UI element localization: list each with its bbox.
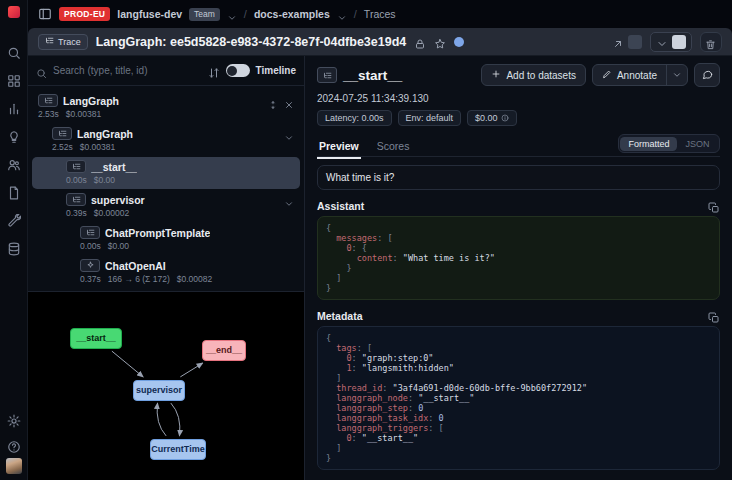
breadcrumb-separator: /: [354, 8, 357, 20]
sidebar-rail-bottom: [7, 414, 21, 454]
pencil-icon: [602, 69, 612, 81]
tree-item-label: LangGraph: [77, 128, 133, 140]
graph-edge-supervisor-to-__end__: [180, 363, 202, 377]
observation-type-icon: [38, 94, 58, 107]
observation-timestamp: 2024-07-25 11:34:39.130: [317, 93, 720, 104]
add-to-datasets-button[interactable]: Add to datasets: [481, 64, 586, 86]
trace-type-badge: Trace: [38, 34, 88, 50]
trash-icon: [705, 36, 717, 48]
graph-node-__start__[interactable]: __start__: [70, 328, 122, 349]
tree-item-__start__[interactable]: __start__0.00s$0.00: [32, 157, 300, 189]
tree-item-LangGraph[interactable]: LangGraph2.52s$0.00381: [32, 124, 300, 156]
chevron-down-icon[interactable]: [337, 9, 347, 19]
wrench-icon[interactable]: [7, 214, 21, 228]
section-title: Assistant: [317, 200, 364, 212]
dashboard-icon[interactable]: [7, 74, 21, 88]
trace-header-bar: Trace LangGraph: ee5d5828-e983-4372-8e7f…: [28, 28, 732, 56]
timeline-toggle-label: Timeline: [256, 65, 296, 76]
metric-badge-label: $0.00: [475, 113, 498, 123]
help-icon[interactable]: [7, 440, 21, 454]
file-icon[interactable]: [7, 186, 21, 200]
star-icon[interactable]: [434, 36, 446, 48]
breadcrumb-page[interactable]: Traces: [364, 8, 396, 20]
graph-edge-supervisor-to-CurrentTime: [171, 403, 180, 436]
sort-icon[interactable]: [208, 65, 220, 77]
info-icon: [501, 114, 509, 122]
sidebar-rail-icons: [7, 46, 21, 256]
timeline-toggle[interactable]: [226, 64, 250, 77]
sidebar-rail: [0, 0, 28, 480]
delete-trace-button[interactable]: [700, 32, 722, 52]
observation-detail-panel: __start__ Add to datasets Annotate: [305, 56, 732, 480]
lock-icon[interactable]: [414, 36, 426, 48]
observation-title: __start__: [343, 68, 402, 83]
chevron-down-icon[interactable]: [227, 9, 237, 19]
graph-node-supervisor[interactable]: supervisor: [133, 380, 185, 401]
user-avatar[interactable]: [6, 458, 22, 474]
tree-actions: [268, 96, 294, 106]
observation-badges: Latency: 0.00sEnv: default$0.00: [317, 110, 720, 126]
navigate-down-button[interactable]: [650, 32, 692, 52]
tree-item-metrics: 0.00s$0.00: [80, 241, 294, 251]
annotate-button[interactable]: Annotate: [593, 65, 666, 85]
input-message-text: What time is it?: [326, 172, 394, 183]
tree-item-ChatPromptTemplate[interactable]: ChatPromptTemplate0.00s$0.00: [32, 223, 300, 255]
chevron-down-icon[interactable]: [284, 129, 294, 139]
gear-icon[interactable]: [7, 414, 21, 428]
breadcrumb-org[interactable]: langfuse-dev: [117, 8, 182, 20]
metric-badge: Env: default: [398, 110, 462, 126]
observation-type-icon: [66, 160, 86, 173]
users-icon[interactable]: [7, 158, 21, 172]
format-option-formatted[interactable]: Formatted: [620, 137, 677, 151]
metric-badge: $0.00: [467, 110, 517, 126]
observation-type-icon: [66, 193, 86, 206]
annotate-button-group: Annotate: [592, 64, 688, 86]
panel-toggle-icon[interactable]: [38, 7, 52, 21]
code-block-metadata[interactable]: { tags: [ 0: "graph:step:0" 1: "langsmit…: [317, 326, 720, 470]
tree-item-label: LangGraph: [63, 95, 119, 107]
comments-button[interactable]: [694, 63, 720, 87]
tree-item-metrics: 0.37s166 → 6 (Σ 172)$0.00082: [80, 274, 294, 284]
metric-badge-label: Env: default: [406, 113, 454, 123]
breadcrumb-project[interactable]: docs-examples: [254, 8, 330, 20]
annotate-dropdown-button[interactable]: [666, 65, 687, 85]
trace-tree: LangGraph2.53s$0.00381LangGraph2.52s$0.0…: [28, 86, 304, 291]
langfuse-logo-icon[interactable]: [8, 6, 20, 18]
chart-icon[interactable]: [7, 102, 21, 116]
chevron-down-icon[interactable]: [284, 195, 294, 205]
tree-search-input[interactable]: [53, 65, 202, 76]
breadcrumb-separator: /: [244, 8, 247, 20]
collapse-all-icon[interactable]: [284, 96, 294, 106]
tab-preview[interactable]: Preview: [317, 136, 361, 159]
database-icon[interactable]: [7, 242, 21, 256]
tree-item-label: ChatPromptTemplate: [105, 227, 210, 239]
tree-item-LangGraph[interactable]: LangGraph2.53s$0.00381: [32, 91, 300, 123]
graph-node-CurrentTime[interactable]: CurrentTime: [150, 439, 206, 460]
code-block-assistant[interactable]: { messages: [ 0: { content: "What time i…: [317, 216, 720, 300]
section-title: Metadata: [317, 310, 363, 322]
agent-graph: __start____end__supervisorCurrentTime: [28, 291, 304, 480]
copy-icon[interactable]: [708, 310, 720, 322]
trace-title: LangGraph: ee5d5828-e983-4372-8e7f-04dfb…: [96, 35, 407, 49]
graph-node-__end__[interactable]: __end__: [202, 340, 246, 361]
plus-icon: [491, 69, 501, 81]
navigate-up-button[interactable]: [612, 35, 642, 49]
copy-icon[interactable]: [708, 200, 720, 212]
input-message-box[interactable]: What time is it?: [317, 165, 720, 190]
tab-scores[interactable]: Scores: [375, 136, 412, 159]
tree-item-label: ChatOpenAI: [105, 260, 166, 272]
tree-item-supervisor[interactable]: supervisor0.39s$0.00002: [32, 190, 300, 222]
chevron-down-icon: [672, 66, 682, 84]
trace-tree-panel: Timeline LangGraph2.53s$0.00381LangGraph…: [28, 56, 305, 480]
expand-all-icon[interactable]: [268, 96, 278, 106]
kbd-hint: [672, 35, 686, 49]
format-option-json[interactable]: JSON: [677, 137, 717, 151]
expand-icon: [612, 36, 624, 48]
tree-item-metrics: 2.52s$0.00381: [52, 142, 294, 152]
metric-badge: Latency: 0.00s: [317, 110, 392, 126]
tree-item-ChatOpenAI[interactable]: ChatOpenAI0.37s166 → 6 (Σ 172)$0.00082: [32, 256, 300, 288]
lightbulb-icon[interactable]: [7, 130, 21, 144]
live-indicator-dot: [454, 37, 464, 47]
search-icon[interactable]: [7, 46, 21, 60]
detail-tabs-row: PreviewScores FormattedJSON: [317, 134, 720, 157]
